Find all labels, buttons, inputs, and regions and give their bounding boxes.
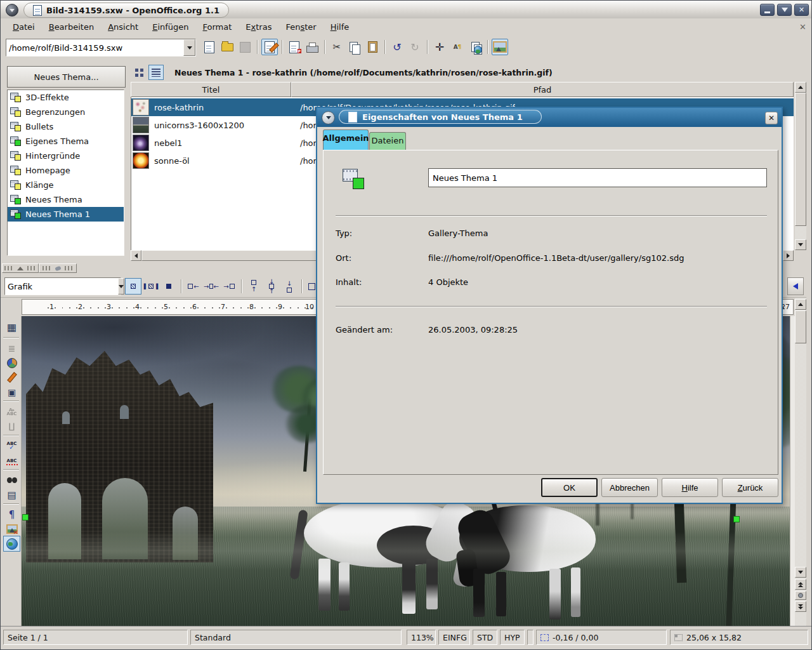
navigation-dot-button[interactable] [795,591,806,600]
theme-item[interactable]: Klänge [8,178,124,192]
scroll-up-button[interactable] [795,82,806,93]
maximize-button[interactable] [777,4,792,16]
dialog-close-button[interactable]: ✕ [765,112,778,124]
copy-icon[interactable] [346,39,363,55]
gallery-icon[interactable] [492,39,508,55]
photo-ruin-window [120,405,129,419]
align-center-icon[interactable]: →← [203,278,219,295]
scroll-left-button[interactable] [131,250,141,261]
theme-item-selected[interactable]: Neues Thema 1 [8,207,124,222]
theme-name-input[interactable] [428,168,767,187]
insert-frame-icon[interactable]: ▣ [3,384,20,400]
document-vertical-scrollbar[interactable] [795,298,806,626]
theme-item[interactable]: 3D-Effekte [8,90,124,105]
url-dropdown-button[interactable] [183,39,195,56]
menu-einfuegen[interactable]: Einfügen [145,20,195,34]
theme-item[interactable]: Homepage [8,163,124,178]
scrollbar-thumb[interactable] [795,310,806,343]
zurueck-button[interactable]: Zurück [722,478,778,497]
align-left-icon[interactable]: ← [185,278,202,295]
theme-item[interactable]: Begrenzungen [8,105,124,119]
dialog-title-bar[interactable]: Eigenschaften von Neues Thema 1 ✕ [317,108,782,127]
hyperlink-mode-status[interactable]: HYP [500,630,525,645]
images-onoff-icon[interactable]: ✕ [3,521,20,537]
align-bottom-icon[interactable]: ↓ [281,278,298,295]
ok-button[interactable]: OK [541,478,598,497]
splitter-handle[interactable] [39,263,77,273]
menu-datei[interactable]: Datei [6,20,42,34]
selection-mode-status[interactable]: STD [473,630,497,645]
print-icon[interactable] [304,39,320,55]
formatting-marks-icon[interactable]: ¶ [3,507,20,522]
menu-format[interactable]: Format [196,20,239,34]
detail-view-button[interactable] [148,65,164,80]
menu-hilfe[interactable]: Hilfe [324,20,357,34]
online-layout-icon[interactable] [3,536,20,552]
ort-label: Ort: [336,253,351,263]
selection-handle-right[interactable] [733,516,740,522]
icon-view-button[interactable] [131,65,147,80]
scrollbar-thumb[interactable] [795,93,806,226]
spellcheck-icon[interactable]: ABC✓ [3,438,20,454]
page-style-status[interactable]: Standard [190,630,402,645]
hyperlink-icon[interactable] [467,39,483,55]
scroll-right-button[interactable] [783,250,794,261]
wrap-through-icon[interactable] [160,278,177,295]
wrap-off-icon[interactable] [125,278,141,295]
new-theme-button[interactable]: Neues Thema... [7,66,126,88]
align-middle-icon[interactable]: ↓↑ [263,278,280,295]
stylist-icon[interactable]: A¶ [449,39,466,55]
cut-icon[interactable]: ✂ [329,39,345,55]
style-dropdown-button[interactable] [118,278,124,295]
insert-table-icon[interactable]: ▦ [3,319,20,335]
tab-allgemein[interactable]: Allgemein [323,129,369,150]
url-input[interactable] [6,39,183,56]
selection-handle-left[interactable] [22,514,29,521]
insert-object-icon[interactable] [3,355,20,371]
undo-icon[interactable]: ↺ [389,39,405,55]
paste-icon[interactable] [364,39,381,55]
next-page-button[interactable] [795,601,806,612]
hilfe-button[interactable]: Hilfe [662,478,718,497]
previous-page-button[interactable] [795,579,806,590]
align-right-icon[interactable]: → [221,278,237,295]
draw-functions-icon[interactable] [3,369,20,385]
abbrechen-button[interactable]: Abbrechen [601,478,658,497]
export-pdf-icon[interactable]: P [286,39,303,55]
scroll-up-button[interactable] [795,299,806,310]
insert-mode-status[interactable]: EINFG [438,630,470,645]
scroll-down-button[interactable] [795,239,806,250]
toolbar-overflow-button[interactable] [787,277,804,295]
column-header-titel[interactable]: Titel [131,82,291,97]
maximize-icon [782,8,788,12]
dialog-menu-button[interactable] [322,111,335,124]
splitter-handle[interactable] [2,263,39,273]
close-document-icon[interactable]: ✕ [799,22,806,32]
column-header-pfad[interactable]: Pfad [291,82,794,97]
gallery-vertical-scrollbar[interactable] [795,82,806,250]
close-button[interactable]: ✕ [794,4,809,16]
tab-dateien[interactable]: Dateien [369,132,406,150]
menu-extras[interactable]: Extras [239,20,278,34]
edit-file-icon[interactable] [261,39,278,55]
new-document-icon[interactable] [201,39,218,55]
align-top-icon[interactable]: ↑ [246,278,262,295]
autospellcheck-icon[interactable]: ABC [3,453,20,468]
data-sources-icon[interactable]: ▤ [3,487,20,503]
menu-ansicht[interactable]: Ansicht [101,20,145,34]
window-menu-button[interactable] [6,4,18,17]
navigator-icon[interactable]: ✛ [431,39,448,55]
wrap-on-icon[interactable]: ▌▐ [143,278,159,295]
theme-item[interactable]: Eigenes Thema [8,134,124,149]
scroll-down-button[interactable] [795,567,806,578]
style-input[interactable] [5,278,118,295]
menu-fenster[interactable]: Fenster [278,20,323,34]
theme-item[interactable]: Hintergründe [8,149,124,163]
theme-item[interactable]: Bullets [8,119,124,134]
menu-bearbeiten[interactable]: Bearbeiten [42,20,101,34]
minimize-button[interactable] [760,4,775,16]
zoom-status[interactable]: 113% [407,630,436,645]
open-icon[interactable] [219,39,235,55]
find-replace-icon[interactable] [3,472,20,488]
theme-item[interactable]: Neues Thema [8,192,124,207]
